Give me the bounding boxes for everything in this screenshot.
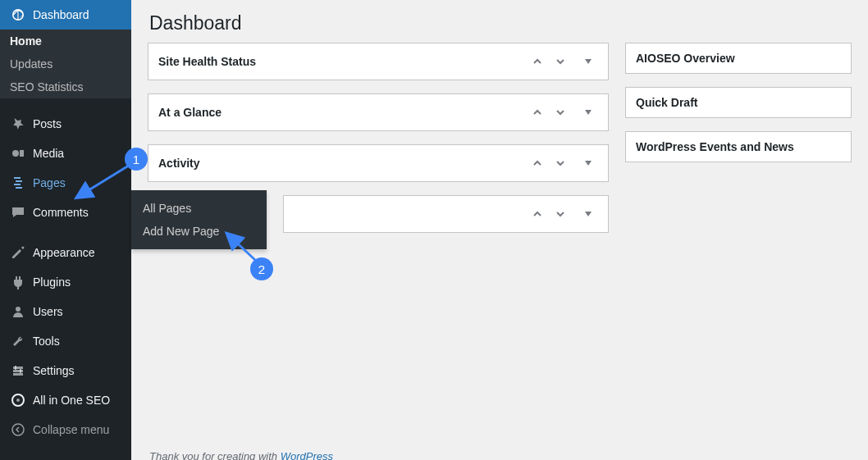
dashboard-icon (10, 7, 26, 23)
box-title: At a Glance (158, 106, 222, 119)
sidebar-item-plugins[interactable]: Plugins (0, 267, 131, 297)
pin-icon (10, 116, 26, 132)
svg-rect-2 (14, 177, 21, 179)
svg-rect-4 (14, 184, 21, 185)
sidebar-label: Settings (33, 364, 75, 377)
sidebar-item-users[interactable]: Users (0, 297, 131, 326)
box-header[interactable] (284, 196, 608, 232)
sidebar-item-collapse[interactable]: Collapse menu (0, 415, 131, 444)
settings-icon (10, 362, 26, 379)
tools-icon (10, 333, 26, 349)
svg-line-15 (78, 164, 131, 197)
toggle-caret-icon[interactable] (578, 52, 598, 71)
box-controls (528, 204, 598, 224)
box-controls (528, 153, 598, 173)
svg-rect-5 (16, 187, 22, 189)
box-header[interactable]: Activity (148, 145, 608, 181)
dashboard-right-column: AIOSEO Overview Quick Draft WordPress Ev… (625, 43, 852, 246)
sidebar-dashboard-submenu: Home Updates SEO Statistics (0, 30, 131, 98)
svg-line-16 (228, 235, 256, 261)
quick-draft-box: Quick Draft (625, 87, 852, 118)
site-health-box: Site Health Status (148, 43, 609, 80)
svg-rect-7 (13, 367, 23, 369)
sidebar-item-posts[interactable]: Posts (0, 109, 131, 139)
sidebar-label: Collapse menu (33, 423, 109, 436)
sidebar-label: Plugins (33, 276, 71, 289)
sidebar-sub-home[interactable]: Home (0, 30, 131, 52)
box-header[interactable]: AIOSEO Overview (626, 43, 851, 73)
footer-wordpress-link[interactable]: WordPress (281, 450, 333, 460)
media-icon (10, 145, 26, 162)
box-controls (528, 52, 598, 71)
box-title: WordPress Events and News (636, 140, 794, 153)
plugins-icon (10, 274, 26, 290)
sidebar-sub-seo-stats[interactable]: SEO Statistics (0, 75, 131, 98)
box-title: Activity (158, 157, 200, 170)
sidebar-item-aioseo[interactable]: All in One SEO (0, 385, 131, 415)
sidebar-label: Pages (33, 176, 66, 189)
move-down-icon[interactable] (550, 52, 570, 71)
sidebar-item-appearance[interactable]: Appearance (0, 238, 131, 267)
box-title: AIOSEO Overview (636, 52, 735, 65)
sidebar-label: Posts (33, 117, 62, 130)
comments-icon (10, 204, 26, 221)
footer-prefix: Thank you for creating with (149, 450, 281, 460)
svg-rect-8 (13, 370, 23, 372)
move-down-icon[interactable] (550, 102, 570, 122)
sidebar-item-settings[interactable]: Settings (0, 356, 131, 385)
admin-sidebar: Dashboard Home Updates SEO Statistics Po… (0, 0, 131, 460)
aioseo-icon (10, 392, 26, 408)
sidebar-label: Dashboard (33, 8, 89, 21)
annotation-marker-2: 2 (250, 257, 273, 280)
svg-point-6 (16, 307, 21, 312)
box-header[interactable]: WordPress Events and News (626, 132, 851, 162)
sidebar-label: Comments (33, 206, 89, 219)
svg-rect-3 (16, 180, 22, 182)
activity-box: Activity (148, 144, 609, 182)
annotation-marker-1: 1 (125, 148, 148, 171)
toggle-caret-icon[interactable] (578, 153, 598, 173)
page-title: Dashboard (148, 0, 852, 43)
svg-rect-10 (15, 366, 16, 370)
svg-rect-9 (13, 373, 23, 376)
box-title: Site Health Status (158, 55, 256, 68)
pages-icon (10, 175, 26, 191)
move-down-icon[interactable] (550, 153, 570, 173)
appearance-icon (10, 244, 26, 261)
svg-point-0 (12, 150, 19, 157)
svg-rect-11 (20, 369, 21, 373)
sidebar-label: Media (33, 147, 64, 160)
box-header[interactable]: Quick Draft (626, 88, 851, 117)
svg-point-13 (16, 399, 20, 402)
sidebar-item-dashboard[interactable]: Dashboard (0, 0, 131, 30)
users-icon (10, 303, 26, 320)
move-up-icon[interactable] (528, 52, 547, 71)
sidebar-sub-updates[interactable]: Updates (0, 52, 131, 75)
box-controls (528, 102, 598, 122)
box-header[interactable]: Site Health Status (148, 43, 608, 80)
move-up-icon[interactable] (528, 153, 547, 173)
hidden-box (283, 195, 609, 233)
at-a-glance-box: At a Glance (148, 93, 609, 131)
box-header[interactable]: At a Glance (148, 94, 608, 130)
aioseo-overview-box: AIOSEO Overview (625, 43, 852, 74)
toggle-caret-icon[interactable] (578, 102, 598, 122)
collapse-icon (10, 421, 26, 438)
svg-rect-1 (20, 150, 24, 157)
svg-point-14 (12, 424, 24, 435)
move-down-icon[interactable] (550, 204, 570, 224)
sidebar-label: Users (33, 305, 63, 318)
sidebar-label: All in One SEO (33, 394, 110, 407)
toggle-caret-icon[interactable] (578, 204, 598, 224)
sidebar-item-tools[interactable]: Tools (0, 326, 131, 356)
move-up-icon[interactable] (528, 204, 547, 224)
sidebar-label: Appearance (33, 246, 95, 259)
sidebar-label: Tools (33, 335, 60, 348)
move-up-icon[interactable] (528, 102, 547, 122)
events-news-box: WordPress Events and News (625, 131, 852, 162)
flyout-all-pages[interactable]: All Pages (131, 197, 267, 220)
footer-credit: Thank you for creating with WordPress (149, 450, 333, 460)
box-title: Quick Draft (636, 96, 697, 109)
